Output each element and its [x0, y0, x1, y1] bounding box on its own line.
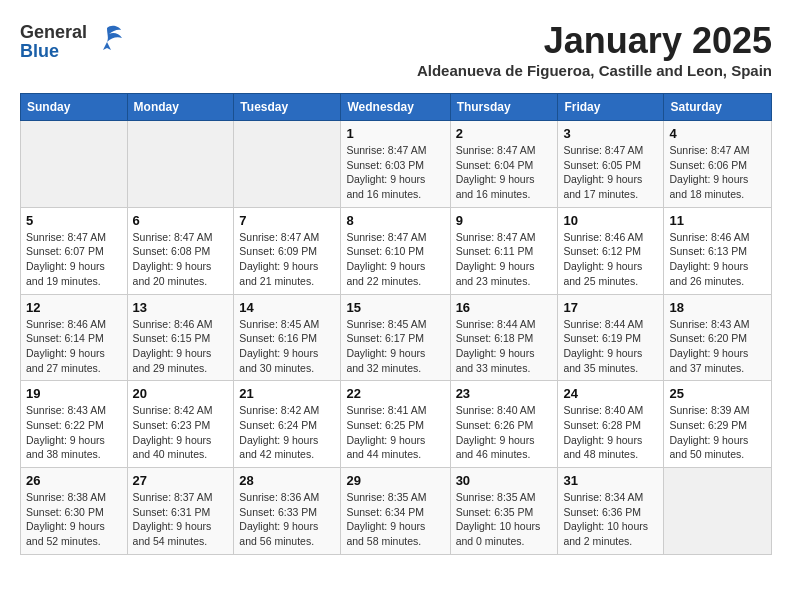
calendar-week-row: 26Sunrise: 8:38 AM Sunset: 6:30 PM Dayli…: [21, 468, 772, 555]
day-info: Sunrise: 8:47 AM Sunset: 6:09 PM Dayligh…: [239, 230, 335, 289]
day-number: 28: [239, 473, 335, 488]
day-number: 3: [563, 126, 658, 141]
day-number: 14: [239, 300, 335, 315]
day-number: 10: [563, 213, 658, 228]
day-header-sunday: Sunday: [21, 94, 128, 121]
calendar-cell: 5Sunrise: 8:47 AM Sunset: 6:07 PM Daylig…: [21, 207, 128, 294]
calendar-cell: 7Sunrise: 8:47 AM Sunset: 6:09 PM Daylig…: [234, 207, 341, 294]
logo-blue-text: Blue: [20, 41, 59, 61]
day-info: Sunrise: 8:40 AM Sunset: 6:26 PM Dayligh…: [456, 403, 553, 462]
logo-general-text: General: [20, 22, 87, 42]
day-info: Sunrise: 8:47 AM Sunset: 6:07 PM Dayligh…: [26, 230, 122, 289]
calendar-header-row: SundayMondayTuesdayWednesdayThursdayFrid…: [21, 94, 772, 121]
day-number: 31: [563, 473, 658, 488]
day-info: Sunrise: 8:47 AM Sunset: 6:06 PM Dayligh…: [669, 143, 766, 202]
day-header-saturday: Saturday: [664, 94, 772, 121]
day-info: Sunrise: 8:35 AM Sunset: 6:34 PM Dayligh…: [346, 490, 444, 549]
day-number: 21: [239, 386, 335, 401]
calendar-cell: 14Sunrise: 8:45 AM Sunset: 6:16 PM Dayli…: [234, 294, 341, 381]
day-info: Sunrise: 8:47 AM Sunset: 6:11 PM Dayligh…: [456, 230, 553, 289]
calendar-cell: 24Sunrise: 8:40 AM Sunset: 6:28 PM Dayli…: [558, 381, 664, 468]
calendar-cell: 26Sunrise: 8:38 AM Sunset: 6:30 PM Dayli…: [21, 468, 128, 555]
day-number: 15: [346, 300, 444, 315]
day-number: 23: [456, 386, 553, 401]
day-number: 26: [26, 473, 122, 488]
day-number: 27: [133, 473, 229, 488]
day-info: Sunrise: 8:41 AM Sunset: 6:25 PM Dayligh…: [346, 403, 444, 462]
calendar-week-row: 5Sunrise: 8:47 AM Sunset: 6:07 PM Daylig…: [21, 207, 772, 294]
subtitle: Aldeanueva de Figueroa, Castille and Leo…: [417, 62, 772, 79]
day-info: Sunrise: 8:38 AM Sunset: 6:30 PM Dayligh…: [26, 490, 122, 549]
day-header-wednesday: Wednesday: [341, 94, 450, 121]
calendar-cell: 9Sunrise: 8:47 AM Sunset: 6:11 PM Daylig…: [450, 207, 558, 294]
calendar-cell: 28Sunrise: 8:36 AM Sunset: 6:33 PM Dayli…: [234, 468, 341, 555]
day-info: Sunrise: 8:47 AM Sunset: 6:04 PM Dayligh…: [456, 143, 553, 202]
calendar-cell: 2Sunrise: 8:47 AM Sunset: 6:04 PM Daylig…: [450, 121, 558, 208]
calendar-cell: 3Sunrise: 8:47 AM Sunset: 6:05 PM Daylig…: [558, 121, 664, 208]
day-number: 8: [346, 213, 444, 228]
day-info: Sunrise: 8:46 AM Sunset: 6:15 PM Dayligh…: [133, 317, 229, 376]
calendar-cell: 12Sunrise: 8:46 AM Sunset: 6:14 PM Dayli…: [21, 294, 128, 381]
day-info: Sunrise: 8:35 AM Sunset: 6:35 PM Dayligh…: [456, 490, 553, 549]
logo-bird-icon: [89, 20, 125, 63]
day-info: Sunrise: 8:45 AM Sunset: 6:17 PM Dayligh…: [346, 317, 444, 376]
day-info: Sunrise: 8:36 AM Sunset: 6:33 PM Dayligh…: [239, 490, 335, 549]
day-info: Sunrise: 8:37 AM Sunset: 6:31 PM Dayligh…: [133, 490, 229, 549]
day-number: 17: [563, 300, 658, 315]
calendar-cell: [21, 121, 128, 208]
calendar-week-row: 12Sunrise: 8:46 AM Sunset: 6:14 PM Dayli…: [21, 294, 772, 381]
day-header-friday: Friday: [558, 94, 664, 121]
calendar-cell: 4Sunrise: 8:47 AM Sunset: 6:06 PM Daylig…: [664, 121, 772, 208]
title-block: January 2025 Aldeanueva de Figueroa, Cas…: [417, 20, 772, 89]
day-header-monday: Monday: [127, 94, 234, 121]
calendar-cell: 25Sunrise: 8:39 AM Sunset: 6:29 PM Dayli…: [664, 381, 772, 468]
day-number: 25: [669, 386, 766, 401]
header: General Blue January 2025 Aldeanueva de …: [20, 20, 772, 89]
calendar-cell: 27Sunrise: 8:37 AM Sunset: 6:31 PM Dayli…: [127, 468, 234, 555]
day-info: Sunrise: 8:47 AM Sunset: 6:08 PM Dayligh…: [133, 230, 229, 289]
calendar-cell: 1Sunrise: 8:47 AM Sunset: 6:03 PM Daylig…: [341, 121, 450, 208]
calendar-table: SundayMondayTuesdayWednesdayThursdayFrid…: [20, 93, 772, 555]
day-number: 20: [133, 386, 229, 401]
day-number: 6: [133, 213, 229, 228]
calendar-cell: 30Sunrise: 8:35 AM Sunset: 6:35 PM Dayli…: [450, 468, 558, 555]
calendar-cell: 22Sunrise: 8:41 AM Sunset: 6:25 PM Dayli…: [341, 381, 450, 468]
calendar-cell: [127, 121, 234, 208]
day-number: 4: [669, 126, 766, 141]
day-number: 30: [456, 473, 553, 488]
day-info: Sunrise: 8:42 AM Sunset: 6:23 PM Dayligh…: [133, 403, 229, 462]
calendar-cell: [234, 121, 341, 208]
day-number: 5: [26, 213, 122, 228]
day-number: 29: [346, 473, 444, 488]
day-header-tuesday: Tuesday: [234, 94, 341, 121]
day-info: Sunrise: 8:34 AM Sunset: 6:36 PM Dayligh…: [563, 490, 658, 549]
day-info: Sunrise: 8:44 AM Sunset: 6:19 PM Dayligh…: [563, 317, 658, 376]
calendar-cell: 29Sunrise: 8:35 AM Sunset: 6:34 PM Dayli…: [341, 468, 450, 555]
day-number: 18: [669, 300, 766, 315]
month-title: January 2025: [417, 20, 772, 62]
calendar-week-row: 1Sunrise: 8:47 AM Sunset: 6:03 PM Daylig…: [21, 121, 772, 208]
day-info: Sunrise: 8:43 AM Sunset: 6:22 PM Dayligh…: [26, 403, 122, 462]
day-number: 2: [456, 126, 553, 141]
calendar-cell: [664, 468, 772, 555]
calendar-cell: 16Sunrise: 8:44 AM Sunset: 6:18 PM Dayli…: [450, 294, 558, 381]
day-info: Sunrise: 8:45 AM Sunset: 6:16 PM Dayligh…: [239, 317, 335, 376]
calendar-cell: 19Sunrise: 8:43 AM Sunset: 6:22 PM Dayli…: [21, 381, 128, 468]
day-number: 11: [669, 213, 766, 228]
day-number: 12: [26, 300, 122, 315]
day-info: Sunrise: 8:46 AM Sunset: 6:12 PM Dayligh…: [563, 230, 658, 289]
calendar-cell: 18Sunrise: 8:43 AM Sunset: 6:20 PM Dayli…: [664, 294, 772, 381]
calendar-cell: 31Sunrise: 8:34 AM Sunset: 6:36 PM Dayli…: [558, 468, 664, 555]
day-header-thursday: Thursday: [450, 94, 558, 121]
calendar-cell: 20Sunrise: 8:42 AM Sunset: 6:23 PM Dayli…: [127, 381, 234, 468]
calendar-week-row: 19Sunrise: 8:43 AM Sunset: 6:22 PM Dayli…: [21, 381, 772, 468]
calendar-cell: 15Sunrise: 8:45 AM Sunset: 6:17 PM Dayli…: [341, 294, 450, 381]
calendar-cell: 11Sunrise: 8:46 AM Sunset: 6:13 PM Dayli…: [664, 207, 772, 294]
calendar-cell: 6Sunrise: 8:47 AM Sunset: 6:08 PM Daylig…: [127, 207, 234, 294]
day-number: 19: [26, 386, 122, 401]
day-info: Sunrise: 8:40 AM Sunset: 6:28 PM Dayligh…: [563, 403, 658, 462]
calendar-cell: 21Sunrise: 8:42 AM Sunset: 6:24 PM Dayli…: [234, 381, 341, 468]
day-info: Sunrise: 8:47 AM Sunset: 6:10 PM Dayligh…: [346, 230, 444, 289]
day-number: 22: [346, 386, 444, 401]
day-number: 24: [563, 386, 658, 401]
